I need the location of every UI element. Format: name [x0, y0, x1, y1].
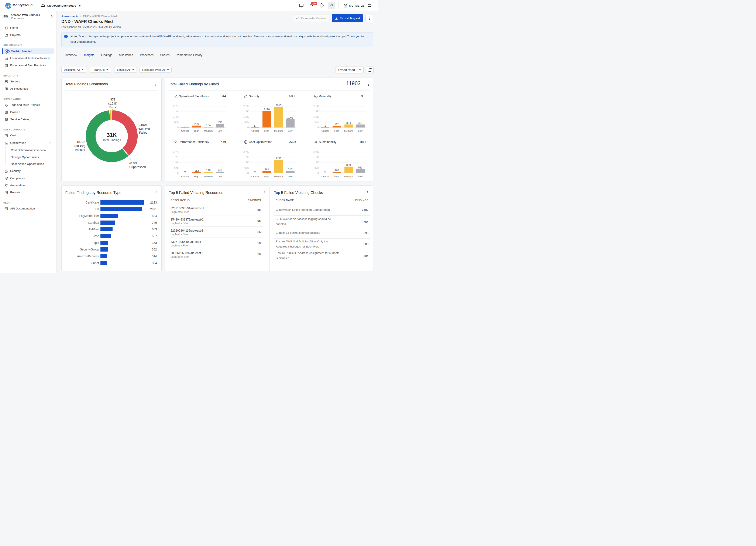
- svg-text:$: $: [7, 143, 7, 144]
- svg-text:$: $: [245, 141, 246, 143]
- svg-text:aws: aws: [3, 14, 8, 17]
